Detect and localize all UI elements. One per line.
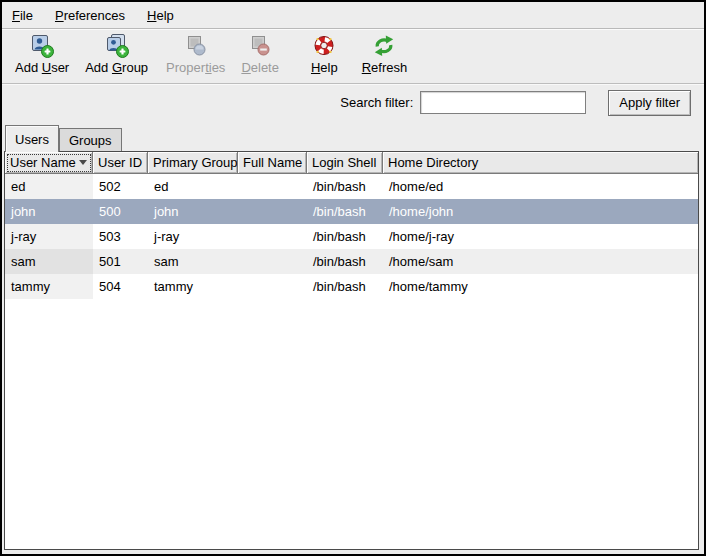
column-header-login-shell[interactable]: Login Shell xyxy=(307,152,383,174)
toolbar: Add User Add Group xyxy=(2,29,704,84)
add-group-icon xyxy=(104,33,130,60)
table-row-j-ray[interactable]: j-ray 503 j-ray /bin/bash /home/j-ray xyxy=(5,224,698,249)
refresh-label: Refresh xyxy=(362,60,408,76)
menu-preferences[interactable]: Preferences xyxy=(47,5,133,26)
column-header-home-directory[interactable]: Home Directory xyxy=(383,152,698,174)
delete-icon xyxy=(247,33,273,60)
column-header-user-id[interactable]: User ID xyxy=(93,152,148,174)
add-group-label: Add Group xyxy=(85,60,148,76)
column-header-full-name[interactable]: Full Name xyxy=(238,152,307,174)
table-row-tammy[interactable]: tammy 504 tammy /bin/bash /home/tammy xyxy=(5,274,698,299)
properties-icon xyxy=(183,33,209,60)
menu-help[interactable]: Help xyxy=(139,5,182,26)
add-group-button[interactable]: Add Group xyxy=(82,32,151,77)
refresh-button[interactable]: Refresh xyxy=(359,32,411,77)
add-user-icon xyxy=(29,33,55,60)
column-header-primary-group[interactable]: Primary Group xyxy=(148,152,238,174)
table-row-john-selected[interactable]: john 500 john /bin/bash /home/john xyxy=(5,199,698,224)
menubar: File Preferences Help xyxy=(2,2,704,29)
tabstrip: Users Groups xyxy=(2,121,704,151)
table-empty-area xyxy=(5,299,698,549)
add-user-button[interactable]: Add User xyxy=(12,32,72,77)
search-filter-row: Search filter: Apply filter xyxy=(2,84,704,121)
help-icon xyxy=(311,33,337,60)
help-label: Help xyxy=(311,60,338,76)
tab-users[interactable]: Users xyxy=(5,125,59,152)
table-header-row: User Name User ID Primary Group Full Nam… xyxy=(5,152,698,174)
table-row-ed[interactable]: ed 502 ed /bin/bash /home/ed xyxy=(5,174,698,199)
help-button[interactable]: Help xyxy=(308,32,341,77)
refresh-icon xyxy=(371,33,397,60)
sort-down-icon xyxy=(79,160,87,165)
add-user-label: Add User xyxy=(15,60,69,76)
users-table: User Name User ID Primary Group Full Nam… xyxy=(4,151,699,550)
delete-label: Delete xyxy=(241,60,279,76)
properties-button[interactable]: Properties xyxy=(163,32,228,77)
column-header-user-name[interactable]: User Name xyxy=(5,152,93,174)
apply-filter-button[interactable]: Apply filter xyxy=(608,90,691,116)
properties-label: Properties xyxy=(166,60,225,76)
tab-groups[interactable]: Groups xyxy=(59,128,122,151)
user-manager-window: File Preferences Help Add User xyxy=(0,0,706,556)
search-filter-label: Search filter: xyxy=(340,95,413,110)
table-row-sam[interactable]: sam 501 sam /bin/bash /home/sam xyxy=(5,249,698,274)
menu-file[interactable]: File xyxy=(4,5,41,26)
search-filter-input[interactable] xyxy=(420,91,586,114)
delete-button[interactable]: Delete xyxy=(238,32,282,77)
